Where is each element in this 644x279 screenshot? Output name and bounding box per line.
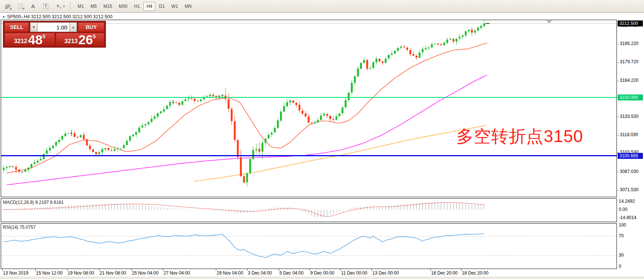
timeframe-bar: M1M5M15M30H1H4D1W1MN xyxy=(75,2,195,11)
time-axis[interactable]: 13 Nov 201915 Nov 12:0019 Nov 08:0021 No… xyxy=(1,269,617,276)
rsi-pane[interactable]: RSI(14) 75.0757 xyxy=(1,223,617,269)
time-axis-label: 21 Nov 08:00 xyxy=(100,270,126,276)
time-axis-label: 11 Dec 00:00 xyxy=(341,270,368,276)
chart-title: ▲ SP500-,H4 3212.500 3212.500 3212.500 3… xyxy=(1,13,113,20)
price-axis-tick xyxy=(617,172,619,172)
price-axis-tick xyxy=(617,44,619,44)
text-tool-glyph: T xyxy=(43,3,49,9)
price-axis-tick xyxy=(617,117,619,117)
price-axis-tick xyxy=(617,135,619,135)
time-axis-tick xyxy=(35,269,36,270)
price-axis-label: 3133.530 xyxy=(620,114,638,119)
price-axis-tick xyxy=(617,190,619,190)
time-axis-label: 29 Nov 04:00 xyxy=(217,270,243,276)
macd-label: MACD(12,26,9) 9.2197 8.6181 xyxy=(3,200,64,205)
price-axis-label: 3164.220 xyxy=(620,78,638,83)
rsi-canvas[interactable] xyxy=(1,224,617,269)
time-axis-label: 13 Nov 2019 xyxy=(3,270,28,276)
chart-window: ▲ SP500-,H4 3212.500 3212.500 3212.500 3… xyxy=(0,13,644,276)
macd-axis-label: 14.2492 xyxy=(619,199,635,204)
time-axis-tick xyxy=(2,269,3,270)
time-axis-label: 15 Nov 12:00 xyxy=(36,270,62,276)
bid-price-pipette: 5 xyxy=(42,34,45,39)
volume-increase-button[interactable]: ▲ xyxy=(69,22,77,32)
time-axis-tick xyxy=(461,269,462,270)
dropdown-caret-icon: ▾ xyxy=(63,4,65,8)
price-axis-label: 3195.220 xyxy=(620,41,638,46)
tf-button-H1[interactable]: H1 xyxy=(131,2,143,11)
fibonacci-tool-sub: F xyxy=(23,7,25,10)
time-axis-tick xyxy=(372,269,372,270)
channel-tool-icon[interactable]: E xyxy=(2,1,13,11)
tf-button-D1[interactable]: D1 xyxy=(156,2,168,11)
ask-price-base: 3213 xyxy=(64,38,78,45)
tf-button-MN[interactable]: MN xyxy=(182,2,195,11)
price-axis[interactable]: 3210.7203195.2203179.7203164.2203133.530… xyxy=(617,13,644,276)
ask-price-pips: 26 xyxy=(78,35,93,45)
price-axis-label: 3118.030 xyxy=(620,132,638,137)
time-axis-label: 3 Dec 04:00 xyxy=(248,270,272,276)
buy-button[interactable]: BUY xyxy=(78,22,104,32)
macd-axis-label: 0.00 xyxy=(619,207,627,212)
rsi-axis-label: 70 xyxy=(619,233,624,238)
price-axis-label: 3179.720 xyxy=(620,59,638,64)
blue-level-badge: 3100.685 xyxy=(618,153,643,159)
rsi-axis-label: 100 xyxy=(619,222,626,228)
macd-axis-label: -14.8014 xyxy=(619,215,636,220)
volume-input[interactable] xyxy=(38,22,69,32)
time-axis-tick xyxy=(247,269,247,270)
time-axis-label: 27 Nov 04:00 xyxy=(164,270,190,276)
rsi-label: RSI(14) 75.0757 xyxy=(3,225,36,230)
bid-price-base: 3212 xyxy=(14,38,27,45)
tf-button-M5[interactable]: M5 xyxy=(88,2,100,11)
ask-price-panel[interactable]: 3213 26 5 xyxy=(56,33,104,47)
time-axis-tick xyxy=(310,269,310,270)
time-axis-label: 18 Dec 20:00 xyxy=(462,270,488,276)
time-axis-tick xyxy=(163,269,163,270)
price-axis-tick xyxy=(617,81,619,81)
toolbar: E F A T ▾ M1M5M15M30H1H4D1W1MN xyxy=(0,0,644,13)
text-tool-icon[interactable]: T xyxy=(40,1,51,11)
time-axis-tick xyxy=(279,269,279,270)
sell-button[interactable]: SELL xyxy=(4,22,29,32)
tf-button-M15[interactable]: M15 xyxy=(100,2,115,11)
channel-tool-sub: E xyxy=(10,7,12,10)
rsi-axis-label: 0 xyxy=(619,264,621,269)
toolbar-separator xyxy=(70,1,72,11)
time-axis-tick xyxy=(67,269,67,270)
tf-button-H4[interactable]: H4 xyxy=(143,2,155,11)
time-axis-label: 16 Dec 20:00 xyxy=(431,270,457,276)
time-axis-tick xyxy=(99,269,99,270)
current-price-badge: 3212.500 xyxy=(618,20,643,26)
chart-shift-marker xyxy=(546,20,552,23)
tf-button-W1[interactable]: W1 xyxy=(168,2,181,11)
time-axis-tick xyxy=(216,269,216,270)
text-label-tool-icon[interactable]: A xyxy=(27,1,39,11)
price-axis-tick xyxy=(617,62,619,62)
time-axis-tick xyxy=(430,269,431,270)
green-level-badge: 3150.000 xyxy=(618,94,643,100)
volume-decrease-button[interactable]: ▼ xyxy=(30,22,38,32)
rsi-axis-label: 30 xyxy=(619,253,624,258)
tf-button-M30[interactable]: M30 xyxy=(116,2,130,11)
chart-annotation-text[interactable]: 多空转折点3150 xyxy=(456,127,583,146)
bid-price-panel[interactable]: 3212 48 5 xyxy=(4,33,55,47)
arrows-tool-icon[interactable]: ▾ xyxy=(53,1,68,11)
text-label-glyph: A xyxy=(31,3,35,9)
time-axis-label: 19 Nov 08:00 xyxy=(68,270,94,276)
trading-terminal: E F A T ▾ M1M5M15M30H1H4D1W1MN ▲ SP500- xyxy=(0,0,644,279)
price-axis-label: 3087.030 xyxy=(620,169,638,174)
bid-price-pips: 48 xyxy=(28,35,42,45)
time-axis-label: 25 Nov 04:00 xyxy=(132,270,158,276)
ask-price-pipette: 5 xyxy=(93,34,96,39)
fibonacci-tool-icon[interactable]: F xyxy=(15,1,26,11)
symbol-ohlc-text: SP500-,H4 3212.500 3212.500 3212.500 321… xyxy=(7,14,113,19)
one-click-trade-panel: SELL ▼ ▲ BUY 3212 48 5 3213 26 5 xyxy=(3,21,106,48)
macd-canvas[interactable] xyxy=(1,199,617,222)
time-axis-tick xyxy=(340,269,341,270)
time-axis-label: 13 Dec 00:00 xyxy=(372,270,399,276)
macd-pane[interactable]: MACD(12,26,9) 9.2197 8.6181 xyxy=(1,198,617,222)
price-axis-label: 3071.530 xyxy=(620,187,638,192)
tf-button-M1[interactable]: M1 xyxy=(75,2,87,11)
collapse-triangle-icon[interactable]: ▲ xyxy=(2,15,5,18)
